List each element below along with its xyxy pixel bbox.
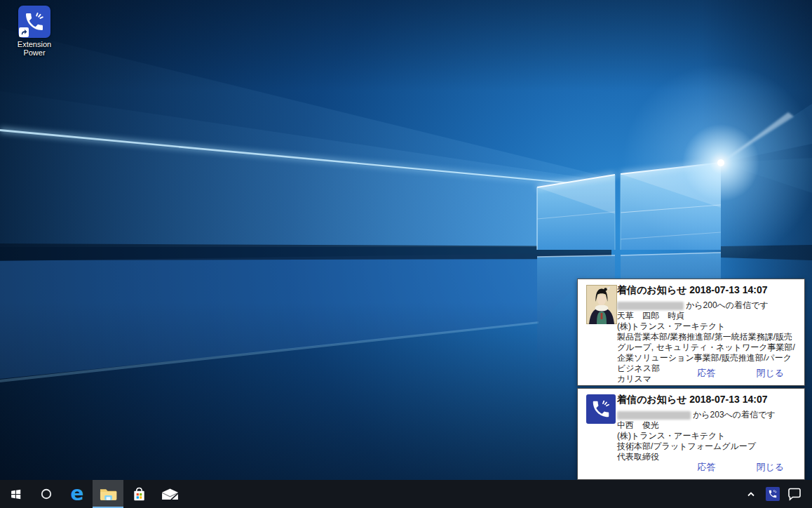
answer-button[interactable]: 応答 [697,367,715,380]
extension-power-phone-icon [766,487,780,501]
phone-icon [590,399,611,420]
redacted-caller-number [617,302,684,310]
cortana-button[interactable] [31,480,62,508]
toast-title: 着信のお知らせ 2018-07-13 14:07 [617,394,799,406]
incoming-call-toast-1[interactable]: 着信のお知らせ 2018-07-13 14:07 から200への着信です 天草 … [577,279,805,386]
start-button[interactable] [0,480,31,508]
action-center-button[interactable] [787,484,802,504]
store-icon [131,486,147,502]
portrait-avatar-image [586,285,617,324]
incoming-call-line: から203への着信です [617,410,799,420]
chevron-up-icon [745,488,757,500]
close-button[interactable]: 閉じる [756,367,784,380]
show-hidden-icons-button[interactable] [743,484,759,504]
department-path: 技術本部/プラットフォームグループ [617,441,799,452]
cortana-circle-icon [39,487,53,501]
callee-name: 天草 四郎 時貞 [617,311,799,321]
mail-icon [161,488,179,501]
company-name: (株)トランス・アーキテクト [617,321,799,332]
caller-avatar [586,285,617,324]
incoming-call-text: から203への着信です [693,410,776,420]
edge-button[interactable] [62,480,93,508]
mail-button[interactable] [154,480,185,508]
extension-power-app-icon[interactable] [18,6,50,38]
action-center-icon [787,487,801,501]
callee-name: 中西 俊光 [617,420,799,431]
file-explorer-button[interactable] [93,480,123,508]
caller-avatar [586,394,616,424]
shortcut-label: Extension Power [8,40,60,57]
incoming-call-line: から200への着信です [617,300,799,311]
toast-title: 着信のお知らせ 2018-07-13 14:07 [617,284,799,297]
windows-start-icon [10,488,22,500]
close-button[interactable]: 閉じる [756,461,784,474]
tray-extension-power-button[interactable] [765,484,780,504]
incoming-call-text: から200への着信です [686,300,769,311]
system-tray [743,480,812,508]
phone-badge-icon [586,394,616,424]
shortcut-arrow-icon [19,27,29,37]
answer-button[interactable]: 応答 [697,461,715,474]
edge-icon [67,484,87,504]
desktop-screen: e [0,0,812,508]
desktop-shortcut-extension-power[interactable]: Extension Power [8,6,60,57]
incoming-call-toast-2[interactable]: 着信のお知らせ 2018-07-13 14:07 から203への着信です 中西 … [577,388,805,480]
store-button[interactable] [123,480,154,508]
redacted-caller-number [617,411,691,420]
file-explorer-icon [100,487,117,501]
company-name: (株)トランス・アーキテクト [617,431,799,441]
taskbar [0,480,812,508]
phone-icon [768,489,778,499]
